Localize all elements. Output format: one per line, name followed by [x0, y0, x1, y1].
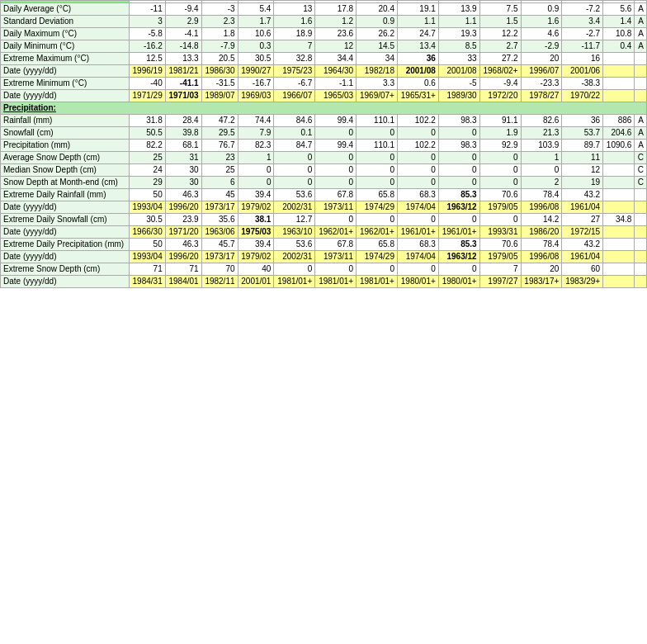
data-cell: 0 [397, 152, 438, 164]
data-cell: 35.6 [201, 214, 238, 226]
data-cell: -9.4 [479, 78, 521, 90]
data-cell: 6 [201, 177, 238, 189]
row-label: Daily Maximum (°C) [1, 28, 130, 40]
data-cell: 29.5 [201, 127, 238, 140]
data-cell: 19.3 [438, 28, 479, 40]
data-cell: 1963/12 [438, 251, 479, 263]
data-cell: 36 [397, 53, 438, 65]
data-cell: 20.5 [201, 53, 238, 65]
data-cell: 67.8 [315, 239, 357, 251]
data-cell: 1.4 [603, 16, 635, 28]
data-cell: 1.9 [479, 127, 521, 140]
data-cell: 71 [165, 263, 201, 276]
row-label: Daily Average (°C) [1, 3, 130, 16]
data-cell: 2002/31 [274, 201, 315, 214]
data-cell: 1986/20 [521, 226, 562, 239]
data-cell: 0 [238, 164, 274, 177]
data-cell: 1996/20 [165, 201, 201, 214]
data-cell: 53.6 [274, 239, 315, 251]
data-cell: 0 [479, 214, 521, 226]
data-cell: 0 [357, 164, 398, 177]
row-label: Snowfall (cm) [1, 127, 130, 140]
data-cell: 1973/17 [201, 201, 238, 214]
data-cell [603, 90, 635, 102]
data-cell: -4.1 [165, 28, 201, 40]
data-cell: 1.1 [397, 16, 438, 28]
data-cell: 0 [315, 164, 357, 177]
data-cell: 99.4 [315, 140, 357, 152]
data-cell: 2001/06 [562, 65, 603, 78]
data-cell: 7 [274, 40, 315, 53]
data-cell [635, 78, 647, 90]
data-cell: 2001/01 [238, 276, 274, 288]
data-cell [603, 65, 635, 78]
data-cell: 0 [274, 152, 315, 164]
data-cell: -41.1 [165, 78, 201, 90]
data-cell: 84.6 [274, 115, 315, 127]
data-cell: -5 [438, 78, 479, 90]
data-cell [635, 226, 647, 239]
data-cell: 1966/30 [129, 226, 165, 239]
data-cell: -1.1 [315, 78, 357, 90]
data-cell: 89.7 [562, 140, 603, 152]
data-cell: 2.9 [165, 16, 201, 28]
row-label: Extreme Daily Precipitation (mm) [1, 239, 130, 251]
data-cell [603, 78, 635, 90]
data-cell: 0 [397, 177, 438, 189]
data-cell: 10.8 [603, 28, 635, 40]
data-cell: 92.9 [479, 140, 521, 152]
row-label: Extreme Daily Rainfall (mm) [1, 189, 130, 201]
data-cell: 1980/01+ [438, 276, 479, 288]
data-cell: 1989/07 [201, 90, 238, 102]
data-cell [635, 189, 647, 201]
data-cell: 13.4 [397, 40, 438, 53]
data-cell: 0.1 [274, 127, 315, 140]
data-cell: 70.6 [479, 239, 521, 251]
data-cell: 32.8 [274, 53, 315, 65]
data-cell: 0 [315, 127, 357, 140]
data-cell: 13 [274, 3, 315, 16]
data-cell: 50 [129, 239, 165, 251]
data-cell: 1.6 [521, 16, 562, 28]
data-cell: 0 [274, 164, 315, 177]
data-cell: C [635, 164, 647, 177]
data-cell: 1980/01+ [397, 276, 438, 288]
data-cell: 1961/04 [562, 201, 603, 214]
data-cell: 0.3 [238, 40, 274, 53]
data-cell: -11.7 [562, 40, 603, 53]
data-cell: 0.6 [397, 78, 438, 90]
data-cell: 70.6 [479, 189, 521, 201]
climate-table: Daily Average (°C)-11-9.4-35.41317.820.4… [0, 0, 647, 288]
data-cell [635, 65, 647, 78]
data-cell: 1993/31 [479, 226, 521, 239]
data-cell: 1971/29 [129, 90, 165, 102]
data-cell [635, 263, 647, 276]
data-cell: 67.8 [315, 189, 357, 201]
data-cell: 2001/08 [397, 65, 438, 78]
data-cell: 30.5 [238, 53, 274, 65]
data-cell: 65.8 [357, 189, 398, 201]
data-cell: 27 [562, 214, 603, 226]
data-cell: 0 [521, 164, 562, 177]
data-cell: 0 [238, 177, 274, 189]
data-cell: 1 [238, 152, 274, 164]
data-cell: 1.6 [274, 16, 315, 28]
data-cell: 1973/17 [201, 251, 238, 263]
data-cell: 12.7 [274, 214, 315, 226]
data-cell: A [635, 16, 647, 28]
data-cell: 1996/08 [521, 251, 562, 263]
data-cell: 1984/01 [165, 276, 201, 288]
data-cell: 14.5 [357, 40, 398, 53]
data-cell: 23 [201, 152, 238, 164]
data-cell [635, 53, 647, 65]
row-label: Date (yyyy/dd) [1, 276, 130, 288]
data-cell: -3 [201, 3, 238, 16]
data-cell [603, 239, 635, 251]
data-cell: 1090.6 [603, 140, 635, 152]
row-label: Date (yyyy/dd) [1, 201, 130, 214]
data-cell: 78.4 [521, 189, 562, 201]
data-cell: 0.9 [357, 16, 398, 28]
data-cell: 0 [357, 263, 398, 276]
data-cell: 0 [479, 164, 521, 177]
data-cell: 33 [438, 53, 479, 65]
